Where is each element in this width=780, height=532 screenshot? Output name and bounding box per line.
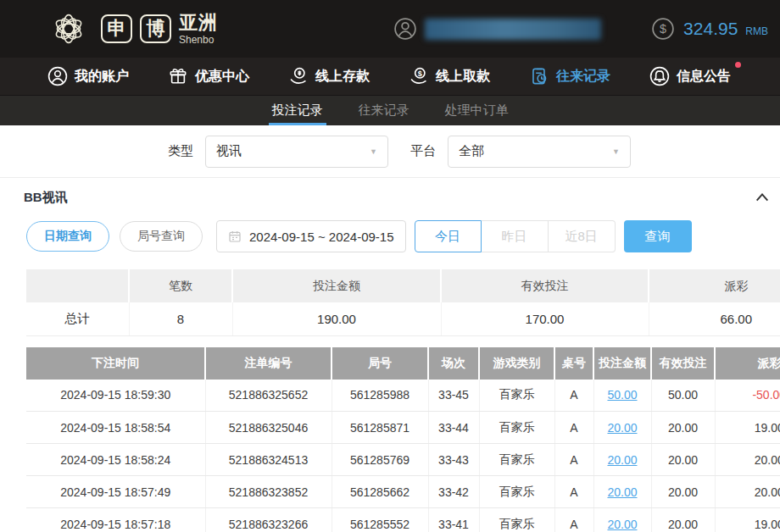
query-controls: 日期查询 局号查询 2024-09-15 ~ 2024-09-15 今日 昨日 … <box>0 220 780 252</box>
col-bet-amount: 投注金额 <box>593 347 651 380</box>
type-select[interactable]: 视讯 ▼ <box>205 136 388 168</box>
bet-number-cell: 521886323266 <box>205 508 332 532</box>
brand-logo[interactable]: 申 博 亚洲 Shenbo <box>44 6 218 52</box>
gift-icon <box>167 65 189 87</box>
summary-total-label: 总计 <box>26 302 129 335</box>
round-number-cell: 561285871 <box>332 412 428 444</box>
tab-bet-records[interactable]: 投注记录 <box>269 96 326 125</box>
table-number-cell: A <box>554 508 593 532</box>
summary-header-count: 笔数 <box>129 269 232 302</box>
main-nav: 我的账户 优惠中心 线上存款 $ 线上取款 往 <box>0 58 780 95</box>
nav-label: 信息公告 <box>677 68 731 86</box>
tab-pending-orders[interactable]: 处理中订单 <box>442 96 512 125</box>
nav-item-withdraw[interactable]: $ 线上取款 <box>408 65 490 87</box>
bet-amount-link[interactable]: 50.00 <box>593 380 651 412</box>
nav-item-announcements[interactable]: 信息公告 <box>649 65 731 87</box>
bet-number-cell: 521886325652 <box>205 380 332 412</box>
summary-bet-amount: 190.00 <box>232 302 441 335</box>
bet-number-cell: 521886325046 <box>205 412 332 444</box>
bet-time-cell: 2024-09-15 18:58:54 <box>26 412 205 444</box>
logo-region-text: 亚洲 <box>179 14 218 32</box>
session-cell: 33-45 <box>428 380 479 412</box>
col-valid-bet: 有效投注 <box>651 347 715 380</box>
filter-bar: 类型 视讯 ▼ 平台 全部 ▼ <box>0 125 780 178</box>
game-type-cell: 百家乐 <box>479 508 554 532</box>
date-query-button[interactable]: 日期查询 <box>26 221 109 252</box>
section-title: BB视讯 <box>24 190 68 206</box>
round-number-cell: 561285769 <box>332 444 428 476</box>
logo-char-shen: 申 <box>101 14 132 43</box>
summary-total-row: 总计 8 190.00 170.00 66.00 <box>26 302 780 335</box>
round-number-cell: 561285988 <box>332 380 428 412</box>
platform-filter-label: 平台 <box>410 143 436 159</box>
balance[interactable]: $ 324.95 RMB <box>650 16 768 42</box>
record-row: 2024-09-15 18:58:54 521886325046 5612858… <box>26 412 780 444</box>
user-account[interactable] <box>393 16 601 42</box>
tab-transaction-records[interactable]: 往来记录 <box>355 96 413 125</box>
tab-label: 投注记录 <box>272 103 323 119</box>
summary-header-payout: 派彩 <box>649 269 780 302</box>
notification-dot <box>735 62 741 68</box>
yesterday-button[interactable]: 昨日 <box>482 220 549 252</box>
records-header-row: 下注时间 注单编号 局号 场次 游戏类别 桌号 投注金额 有效投注 派彩 <box>26 347 780 380</box>
withdraw-icon: $ <box>408 65 430 87</box>
flower-logo-icon <box>44 6 93 52</box>
bet-amount-link[interactable]: 20.00 <box>593 476 651 508</box>
col-round-number: 局号 <box>332 347 428 380</box>
svg-text:$: $ <box>418 69 422 78</box>
session-cell: 33-41 <box>428 508 479 532</box>
nav-label: 我的账户 <box>75 68 129 86</box>
svg-text:$: $ <box>660 22 666 36</box>
balance-amount: 324.95 <box>683 19 738 39</box>
balance-currency: RMB <box>745 25 768 37</box>
coin-dollar-icon: $ <box>650 16 676 42</box>
record-row: 2024-09-15 18:58:24 521886324513 5612857… <box>26 444 780 476</box>
chevron-down-icon: ▼ <box>370 147 377 156</box>
valid-bet-cell: 20.00 <box>651 444 715 476</box>
record-tabs: 投注记录 往来记录 处理中订单 <box>0 95 780 125</box>
search-button[interactable]: 查询 <box>624 220 692 252</box>
chevron-up-icon[interactable] <box>755 191 770 203</box>
round-number-cell: 561285552 <box>332 508 428 532</box>
bet-time-cell: 2024-09-15 18:57:49 <box>26 476 205 508</box>
nav-item-deposit[interactable]: 线上存款 <box>287 65 370 87</box>
bet-amount-link[interactable]: 20.00 <box>593 444 651 476</box>
logo-subtitle: Shenbo <box>179 35 218 45</box>
round-query-button[interactable]: 局号查询 <box>120 221 203 252</box>
summary-valid-bet: 170.00 <box>441 302 649 335</box>
session-cell: 33-43 <box>428 444 479 476</box>
platform-select-value: 全部 <box>459 143 484 159</box>
header-right: $ 324.95 RMB <box>393 16 768 42</box>
date-range-value: 2024-09-15 ~ 2024-09-15 <box>249 230 394 244</box>
record-row: 2024-09-15 18:57:18 521886323266 5612855… <box>26 508 780 532</box>
bet-amount-link[interactable]: 20.00 <box>593 412 651 444</box>
bet-time-cell: 2024-09-15 18:57:18 <box>26 508 205 532</box>
bet-amount-link[interactable]: 20.00 <box>593 508 651 532</box>
tab-label: 处理中订单 <box>445 103 509 119</box>
record-row: 2024-09-15 18:57:49 521886323852 5612856… <box>26 476 780 508</box>
col-bet-time: 下注时间 <box>26 347 205 380</box>
summary-header-bet-amount: 投注金额 <box>232 269 441 302</box>
col-game-type: 游戏类别 <box>479 347 554 380</box>
date-range-input[interactable]: 2024-09-15 ~ 2024-09-15 <box>216 220 406 252</box>
last-8-days-button[interactable]: 近8日 <box>549 220 616 252</box>
payout-cell: 19.00 <box>715 508 780 532</box>
nav-label: 优惠中心 <box>195 68 249 86</box>
summary-payout: 66.00 <box>649 302 780 335</box>
table-number-cell: A <box>554 444 593 476</box>
user-icon <box>47 65 69 87</box>
nav-item-my-account[interactable]: 我的账户 <box>47 65 129 87</box>
table-number-cell: A <box>554 476 593 508</box>
records-table: 下注时间 注单编号 局号 场次 游戏类别 桌号 投注金额 有效投注 派彩 202… <box>26 347 780 532</box>
record-row: 2024-09-15 18:59:30 521886325652 5612859… <box>26 380 780 412</box>
bet-time-cell: 2024-09-15 18:59:30 <box>26 380 205 412</box>
col-session: 场次 <box>428 347 479 380</box>
today-button[interactable]: 今日 <box>415 220 482 252</box>
chevron-down-icon: ▼ <box>612 147 620 156</box>
type-filter-label: 类型 <box>168 143 193 159</box>
platform-select[interactable]: 全部 ▼ <box>448 136 631 168</box>
nav-item-promotions[interactable]: 优惠中心 <box>167 65 249 87</box>
nav-item-transaction-records[interactable]: 往来记录 <box>528 65 610 87</box>
game-type-cell: 百家乐 <box>479 380 554 412</box>
game-type-cell: 百家乐 <box>479 412 554 444</box>
